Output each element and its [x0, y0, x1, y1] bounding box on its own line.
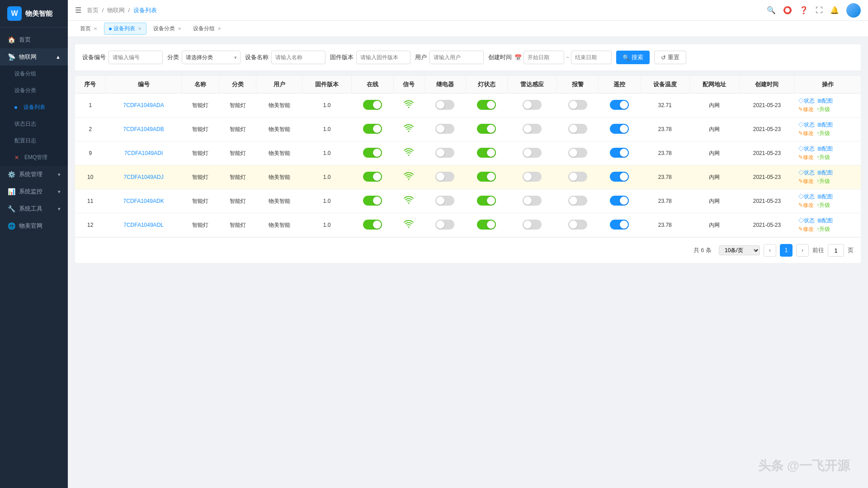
- action-upgrade[interactable]: ↑升级: [816, 225, 830, 233]
- action-config[interactable]: ⊞配图: [817, 169, 833, 177]
- action-status[interactable]: ◇状态: [798, 169, 815, 177]
- github-icon[interactable]: ⭕: [783, 6, 792, 14]
- next-page-button[interactable]: ›: [796, 244, 809, 257]
- sidebar-item-emq[interactable]: ✕ EMQ管理: [0, 149, 68, 166]
- filter-category-select[interactable]: 请选择分类: [182, 51, 241, 64]
- action-status[interactable]: ◇状态: [798, 217, 815, 225]
- action-config[interactable]: ⊞配图: [817, 193, 833, 201]
- action-edit[interactable]: ✎修改: [798, 130, 814, 137]
- sidebar-item-official[interactable]: 🌐 物美官网: [0, 217, 68, 235]
- toggle-on[interactable]: [477, 124, 496, 134]
- toggle-on[interactable]: [568, 148, 587, 158]
- filter-end-date[interactable]: [571, 51, 612, 64]
- sidebar-item-sys-manage[interactable]: ⚙️ 系统管理 ▾: [0, 166, 68, 183]
- toggle-on[interactable]: [435, 172, 454, 182]
- sidebar-item-config-log[interactable]: 配置日志: [0, 132, 68, 149]
- toggle-on[interactable]: [477, 100, 496, 110]
- search-icon[interactable]: 🔍: [767, 6, 776, 14]
- toggle-on[interactable]: [477, 172, 496, 182]
- filter-firmware-input[interactable]: [356, 51, 410, 64]
- toggle-on[interactable]: [363, 100, 382, 110]
- goto-input[interactable]: [828, 244, 844, 257]
- action-upgrade[interactable]: ↑升级: [816, 154, 830, 161]
- action-edit[interactable]: ✎修改: [798, 225, 814, 233]
- sidebar-item-sys-monitor[interactable]: 📊 系统监控 ▾: [0, 183, 68, 200]
- help-icon[interactable]: ❓: [799, 6, 808, 14]
- reset-button[interactable]: ↺ 重置: [654, 51, 686, 64]
- toggle-on[interactable]: [568, 220, 587, 230]
- toggle-on[interactable]: [568, 124, 587, 134]
- breadcrumb-home[interactable]: 首页: [87, 7, 99, 14]
- toggle-on[interactable]: [477, 220, 496, 230]
- action-status[interactable]: ◇状态: [798, 145, 815, 153]
- sidebar-item-status-log[interactable]: 状态日志: [0, 116, 68, 132]
- tab-device-cat[interactable]: 设备分类 ✕: [148, 23, 186, 35]
- menu-toggle-button[interactable]: ☰: [75, 6, 81, 14]
- toggle-on[interactable]: [568, 196, 587, 206]
- tab-device-cat-close[interactable]: ✕: [178, 26, 181, 31]
- toggle-blue-on[interactable]: [610, 196, 629, 206]
- tab-device-list[interactable]: 设备列表 ✕: [104, 23, 146, 35]
- toggle-on[interactable]: [363, 124, 382, 134]
- toggle-blue-on[interactable]: [610, 172, 629, 182]
- tab-device-list-close[interactable]: ✕: [138, 26, 142, 31]
- toggle-blue-on[interactable]: [610, 148, 629, 158]
- toggle-on[interactable]: [363, 172, 382, 182]
- fullscreen-icon[interactable]: ⛶: [816, 6, 823, 14]
- action-upgrade[interactable]: ↑升级: [816, 106, 830, 113]
- per-page-select[interactable]: 10条/页 20条/页 50条/页: [719, 245, 760, 255]
- toggle-on[interactable]: [435, 124, 454, 134]
- avatar[interactable]: [846, 3, 861, 18]
- toggle-on[interactable]: [363, 196, 382, 206]
- action-config[interactable]: ⊞配图: [817, 145, 833, 153]
- toggle-on[interactable]: [435, 100, 454, 110]
- toggle-on[interactable]: [568, 172, 587, 182]
- action-config[interactable]: ⊞配图: [817, 217, 833, 225]
- sidebar-item-home[interactable]: 🏠 首页: [0, 31, 68, 48]
- toggle-on[interactable]: [523, 148, 542, 158]
- toggle-on[interactable]: [523, 124, 542, 134]
- action-status[interactable]: ◇状态: [798, 193, 815, 201]
- page-1-button[interactable]: 1: [780, 244, 793, 257]
- action-upgrade[interactable]: ↑升级: [816, 178, 830, 185]
- toggle-on[interactable]: [435, 196, 454, 206]
- breadcrumb-iot[interactable]: 物联网: [107, 7, 125, 14]
- action-status[interactable]: ◇状态: [798, 121, 815, 129]
- sidebar-item-iot[interactable]: 📡 物联网 ▲: [0, 48, 68, 66]
- action-upgrade[interactable]: ↑升级: [816, 130, 830, 137]
- sidebar-item-sys-tools[interactable]: 🔧 系统工具 ▾: [0, 200, 68, 217]
- filter-start-date[interactable]: [524, 51, 564, 64]
- action-config[interactable]: ⊞配图: [817, 121, 833, 129]
- toggle-on[interactable]: [523, 220, 542, 230]
- tab-device-group[interactable]: 设备分组 ✕: [188, 23, 226, 35]
- toggle-on[interactable]: [523, 100, 542, 110]
- toggle-on[interactable]: [363, 148, 382, 158]
- toggle-on[interactable]: [477, 148, 496, 158]
- sidebar-item-device-group[interactable]: 设备分组: [0, 66, 68, 82]
- search-button[interactable]: 🔍 搜索: [616, 51, 650, 64]
- action-edit[interactable]: ✎修改: [798, 202, 814, 209]
- action-edit[interactable]: ✎修改: [798, 106, 814, 113]
- sidebar-item-device-list[interactable]: 设备列表: [0, 99, 68, 116]
- toggle-on[interactable]: [477, 196, 496, 206]
- prev-page-button[interactable]: ‹: [764, 244, 776, 257]
- toggle-on[interactable]: [435, 220, 454, 230]
- action-upgrade[interactable]: ↑升级: [816, 202, 830, 209]
- action-config[interactable]: ⊞配图: [817, 97, 833, 105]
- action-status[interactable]: ◇状态: [798, 97, 815, 105]
- tab-home-close[interactable]: ✕: [94, 26, 97, 31]
- filter-device-name-input[interactable]: [271, 51, 326, 64]
- toggle-on[interactable]: [435, 148, 454, 158]
- toggle-on[interactable]: [363, 220, 382, 230]
- settings-icon[interactable]: 🔔: [830, 6, 839, 14]
- sidebar-item-device-category[interactable]: 设备分类: [0, 82, 68, 99]
- toggle-on[interactable]: [523, 172, 542, 182]
- action-edit[interactable]: ✎修改: [798, 154, 814, 161]
- toggle-blue-on[interactable]: [610, 220, 629, 230]
- toggle-blue-on[interactable]: [610, 124, 629, 134]
- filter-device-no-input[interactable]: [108, 51, 163, 64]
- filter-user-input[interactable]: [429, 51, 484, 64]
- action-edit[interactable]: ✎修改: [798, 178, 814, 185]
- tab-home[interactable]: 首页 ✕: [75, 23, 102, 35]
- toggle-on[interactable]: [568, 100, 587, 110]
